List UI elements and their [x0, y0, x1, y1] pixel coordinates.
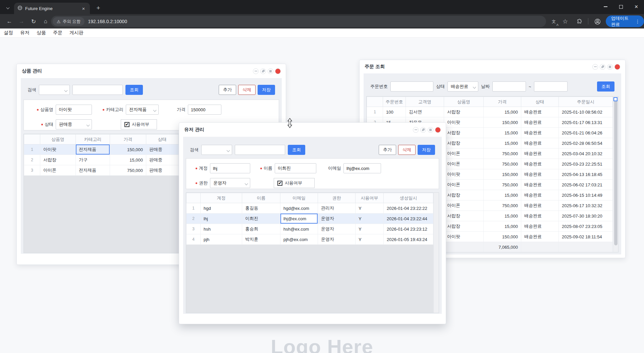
home-button[interactable]: ⌂ [41, 17, 50, 26]
product-delete-button[interactable]: 삭제 [238, 85, 256, 95]
address-bar[interactable]: ⚠ 주의 요함 192.168.0.2:10000 [51, 16, 546, 27]
cell[interactable]: 홍길동 [242, 203, 280, 214]
product-category-select[interactable]: 전자제품 [126, 105, 159, 115]
menu-item-settings[interactable]: 설정 [4, 30, 13, 36]
security-warning-badge[interactable]: ⚠ 주의 요함 [53, 17, 85, 26]
grid-corner-button[interactable] [613, 97, 618, 101]
cell[interactable]: 750,000 [484, 180, 521, 190]
table-row[interactable]: 4pjh박지훈pjh@ex.com운영자Y2026-01-05 19:43:24 [186, 234, 433, 245]
panel-maximize-button[interactable] [607, 64, 613, 70]
cell[interactable]: 2025-09-02 18:11:54 [559, 232, 613, 242]
column-header[interactable] [186, 193, 201, 203]
column-header[interactable]: 상태 [521, 97, 559, 107]
cell[interactable]: 서랍장 [444, 221, 484, 232]
tab-search-button[interactable] [3, 3, 12, 12]
product-save-button[interactable]: 저장 [258, 85, 275, 95]
order-no-input[interactable] [390, 81, 433, 92]
forward-button[interactable]: → [17, 17, 26, 26]
panel-restore-button[interactable] [260, 68, 266, 74]
table-row[interactable]: 3hsh홍승희hsh@ex.com운영자Y2026-01-04 23:23:12 [186, 224, 433, 234]
panel-close-button[interactable] [435, 127, 441, 133]
cell[interactable]: 배송완료 [521, 211, 559, 221]
cell[interactable]: hsh@ex.com [280, 224, 318, 234]
cell[interactable]: 2025-02-28 06:50:54 [559, 138, 613, 149]
cell[interactable]: 홍승희 [242, 224, 280, 234]
cell[interactable]: pjh@ex.com [280, 234, 318, 245]
cell[interactable]: 운영자 [318, 234, 356, 245]
window-maximize-button[interactable] [613, 0, 629, 13]
cell[interactable]: 15,000 [484, 107, 521, 117]
cell[interactable]: 2025-03-04 20:10:32 [559, 149, 613, 159]
cell[interactable]: 박지훈 [242, 234, 280, 245]
column-header[interactable]: 카테고리 [76, 134, 110, 144]
user-account-field[interactable] [210, 163, 250, 173]
cell[interactable]: pjh [201, 234, 242, 245]
cell[interactable]: 아이폰 [40, 165, 76, 176]
user-save-button[interactable]: 저장 [418, 145, 435, 155]
cell[interactable]: 배송완료 [521, 128, 559, 138]
cell[interactable]: 2025-08-07 23:23:05 [559, 221, 613, 232]
cell[interactable]: 배송완료 [521, 138, 559, 149]
cell[interactable]: 전자제품 [76, 165, 110, 176]
table-row[interactable]: 1hgd홍길동hgd@ex.com관리자Y2026-01-04 23:22:22 [186, 203, 433, 214]
column-header[interactable]: 이메일 [280, 193, 318, 203]
column-header[interactable]: 권한 [318, 193, 356, 203]
cell[interactable]: 배송완료 [521, 221, 559, 232]
cell[interactable]: hgd@ex.com [280, 203, 318, 214]
cell[interactable]: 15,000 [484, 190, 521, 200]
cell[interactable]: 2026-01-04 23:22:44 [384, 214, 433, 224]
cell[interactable]: 150,000 [484, 169, 521, 180]
cell[interactable]: 가구 [76, 155, 110, 165]
panel-minimize-button[interactable] [253, 68, 259, 74]
cell[interactable]: 판매중 [146, 155, 178, 165]
column-header[interactable]: 사용여부 [356, 193, 384, 203]
product-name-field[interactable] [56, 105, 92, 115]
row-index-cell[interactable]: 2 [186, 214, 201, 224]
cell[interactable]: 15,000 [110, 155, 146, 165]
back-button[interactable]: ← [5, 17, 14, 26]
column-header[interactable]: 계정 [201, 193, 242, 203]
order-status-select[interactable]: 배송완료 [447, 81, 478, 92]
new-tab-button[interactable]: + [94, 4, 103, 12]
cell[interactable]: 배송완료 [521, 190, 559, 200]
cell[interactable]: 서랍장 [444, 190, 484, 200]
product-use-checkbox[interactable]: ✔ 사용여부 [121, 119, 157, 129]
product-search-input[interactable] [72, 85, 123, 95]
browser-update-button[interactable]: 업데이트 완료 ⋮ [606, 15, 644, 27]
row-index-cell[interactable]: 2 [24, 155, 40, 165]
product-search-type-select[interactable] [39, 85, 70, 95]
cell[interactable]: 운영자 [318, 214, 356, 224]
cell[interactable]: 서랍장 [444, 138, 484, 149]
cell[interactable]: 서랍장 [444, 107, 484, 117]
scrollbar-thumb[interactable] [614, 99, 618, 245]
cell[interactable]: 750,000 [484, 200, 521, 211]
cell[interactable]: 서랍장 [40, 155, 76, 165]
cell[interactable]: 아이팟 [444, 169, 484, 180]
cell[interactable]: 배송완료 [521, 117, 559, 128]
menu-item-user[interactable]: 유저 [20, 30, 30, 36]
user-name-field[interactable] [275, 163, 316, 173]
cell[interactable]: 이희진 [242, 214, 280, 224]
cell[interactable]: 15,000 [484, 211, 521, 221]
column-header[interactable]: 가격 [484, 97, 521, 107]
product-query-button[interactable]: 조회 [125, 85, 143, 95]
table-row[interactable]: 1100김서연서랍장15,000배송완료2025-01-10 08:56:02 [367, 107, 613, 117]
profile-icon[interactable] [593, 17, 602, 26]
column-header[interactable]: 주문번호 [383, 97, 406, 107]
menu-item-board[interactable]: 게시판 [69, 30, 84, 36]
panel-minimize-button[interactable] [413, 127, 419, 133]
cell[interactable]: 2026-01-04 23:22:22 [384, 203, 433, 214]
cell[interactable]: 김서연 [406, 107, 444, 117]
cell[interactable]: 아이폰 [444, 149, 484, 159]
cell[interactable]: 아이팟 [444, 232, 484, 242]
panel-maximize-button[interactable] [268, 68, 273, 74]
menu-item-order[interactable]: 주문 [53, 30, 62, 36]
column-header[interactable] [24, 134, 40, 144]
cell[interactable]: 서랍장 [444, 128, 484, 138]
panel-close-button[interactable] [275, 68, 281, 74]
cell[interactable]: 배송완료 [521, 159, 559, 169]
cell[interactable]: 아이폰 [444, 200, 484, 211]
user-search-type-select[interactable] [201, 145, 232, 155]
cell[interactable]: lhj@ex.com [280, 214, 318, 224]
cell[interactable]: 2025-03-23 22:25:51 [559, 159, 613, 169]
